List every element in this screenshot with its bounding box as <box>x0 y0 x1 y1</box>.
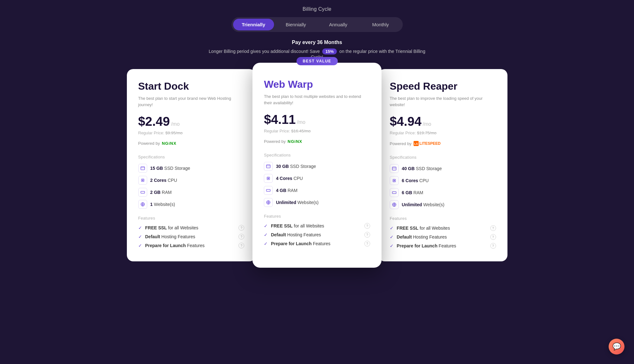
ram-value-1: 4 GB <box>276 188 286 193</box>
spec-storage-0: 15 GB SSD Storage <box>138 164 245 173</box>
features-label-2: Features <box>390 216 496 221</box>
check-icon-launch-2: ✓ <box>390 243 394 248</box>
powered-by-speed-reaper: Powered by LS LITESPEED <box>390 141 496 146</box>
help-icon-launch-2[interactable]: ? <box>490 243 496 249</box>
plan-speed-reaper: Speed Reaper The best plan to improve th… <box>378 69 507 261</box>
regular-price-label-1: Regular Price: <box>264 129 290 133</box>
cpu-label-0: CPU <box>167 178 177 183</box>
svg-rect-17 <box>392 167 396 170</box>
powered-by-label-0: Powered by <box>138 141 160 146</box>
spec-websites-1: Unlimited Website(s) <box>264 198 370 207</box>
feature-ssl-0: ✓ FREE SSL for all Websites ? <box>138 225 245 231</box>
help-icon-launch-0[interactable]: ? <box>239 243 244 248</box>
ram-value-2: 6 GB <box>402 190 412 195</box>
check-icon-launch-0: ✓ <box>138 243 142 248</box>
storage-value-0: 15 GB <box>150 166 163 171</box>
cpu-value-2: 6 Cores <box>402 178 418 183</box>
cpu-icon-0 <box>138 176 147 185</box>
svg-rect-20 <box>394 180 395 181</box>
plan-desc-web-warp: The best plan to host multiple websites … <box>264 93 370 106</box>
websites-value-1: Unlimited <box>276 200 296 205</box>
ram-icon-2 <box>390 188 399 197</box>
websites-label-1: Website(s) <box>296 200 319 205</box>
storage-icon-2 <box>390 164 399 173</box>
powered-by-start-dock: Powered by NGiNX <box>138 141 245 146</box>
features-label-1: Features <box>264 214 370 219</box>
storage-label-1: SSD Storage <box>289 164 316 169</box>
help-icon-launch-1[interactable]: ? <box>364 241 370 246</box>
feature-ssl-2: ✓ FREE SSL for all Websites ? <box>390 225 496 231</box>
plan-name-start-dock: Start Dock <box>138 80 245 92</box>
storage-label-0: SSD Storage <box>163 166 190 171</box>
spec-cpu-0: 2 Cores CPU <box>138 176 245 185</box>
feature-launch-2: ✓ Prepare for Launch Features ? <box>390 243 496 249</box>
tab-annually[interactable]: Annually <box>318 19 359 30</box>
cpu-icon-1 <box>264 174 273 183</box>
check-icon-ssl-2: ✓ <box>390 226 394 231</box>
websites-icon-0 <box>138 200 147 209</box>
ram-value-0: 2 GB <box>150 190 161 195</box>
check-icon-ssl-0: ✓ <box>138 225 142 230</box>
tab-triennially[interactable]: Triennially <box>233 19 274 30</box>
storage-value-2: 40 GB <box>402 166 415 171</box>
check-icon-default-1: ✓ <box>264 232 268 237</box>
plan-name-web-warp: Web Warp <box>264 79 370 90</box>
help-icon-ssl-1[interactable]: ? <box>364 223 370 229</box>
ram-label-1: RAM <box>286 188 297 193</box>
check-icon-default-0: ✓ <box>138 234 142 239</box>
help-icon-ssl-0[interactable]: ? <box>239 225 244 231</box>
feature-launch-1: ✓ Prepare for Launch Features ? <box>264 241 370 246</box>
regular-price-label-0: Regular Price: <box>138 131 164 135</box>
spec-websites-0: 1 Website(s) <box>138 200 245 209</box>
help-icon-default-0[interactable]: ? <box>239 234 244 239</box>
specs-label-0: Specifications <box>138 155 245 159</box>
storage-label-2: SSD Storage <box>415 166 442 171</box>
feature-text-ssl-0: FREE SSL for all Websites <box>145 225 199 230</box>
svg-rect-0 <box>141 167 145 170</box>
ram-label-2: RAM <box>412 190 423 195</box>
plan-price-unit-speed-reaper: /mo <box>423 121 431 127</box>
spec-ram-2: 6 GB RAM <box>390 188 496 197</box>
plan-desc-speed-reaper: The best plan to improve the loading spe… <box>390 95 496 108</box>
plan-regular-price-value-1: $16.45/mo <box>291 129 310 133</box>
chat-bubble[interactable]: 💬 <box>609 339 624 354</box>
svg-rect-3 <box>142 180 143 181</box>
tab-biennially[interactable]: Biennially <box>275 19 317 30</box>
feature-ssl-1: ✓ FREE SSL for all Websites ? <box>264 223 370 229</box>
features-section-0: Features ✓ FREE SSL for all Websites ? ✓… <box>138 216 245 248</box>
feature-default-0: ✓ Default Hosting Features ? <box>138 234 245 239</box>
help-icon-ssl-2[interactable]: ? <box>490 225 496 231</box>
websites-value-2: Unlimited <box>402 202 422 207</box>
powered-by-label-1: Powered by <box>264 139 286 144</box>
plan-price-unit-start-dock: /mo <box>171 121 180 127</box>
plan-price-row-web-warp: $4.11 /mo <box>264 112 370 127</box>
cpu-value-1: 4 Cores <box>276 176 292 181</box>
powered-by-web-warp: Powered by NGiNX <box>264 139 370 144</box>
plan-price-web-warp: $4.11 <box>264 112 296 127</box>
plan-price-start-dock: $2.49 <box>138 114 170 129</box>
discount-badge: 15% <box>322 48 337 54</box>
plan-web-warp: BEST VALUE Web Warp The best plan to hos… <box>252 63 382 268</box>
websites-label-0: Website(s) <box>153 202 175 207</box>
billing-desc-before: Longer Billing period gives you addition… <box>209 49 320 54</box>
feature-text-launch-2: Prepare for Launch Features <box>397 243 456 248</box>
spec-websites-2: Unlimited Website(s) <box>390 200 496 209</box>
cpu-label-2: CPU <box>418 178 428 183</box>
help-icon-default-2[interactable]: ? <box>490 234 496 240</box>
storage-icon-1 <box>264 162 273 171</box>
svg-rect-4 <box>141 191 145 193</box>
billing-cycle-label: Billing Cycle <box>303 6 331 12</box>
help-icon-default-1[interactable]: ? <box>364 232 370 238</box>
regular-price-label-2: Regular Price: <box>390 131 416 135</box>
feature-text-ssl-1: FREE SSL for all Websites <box>271 223 324 228</box>
tab-monthly[interactable]: Monthly <box>360 19 401 30</box>
specs-label-2: Specifications <box>390 155 496 160</box>
svg-rect-21 <box>392 192 396 194</box>
spec-cpu-2: 6 Cores CPU <box>390 176 496 185</box>
spec-ram-0: 2 GB RAM <box>138 188 245 197</box>
litespeed-logo: LS LITESPEED <box>414 141 441 146</box>
plan-regular-price-speed-reaper: Regular Price: $19.75/mo <box>390 131 496 135</box>
features-section-2: Features ✓ FREE SSL for all Websites ? ✓… <box>390 216 496 249</box>
plan-price-row-start-dock: $2.49 /mo <box>138 114 245 129</box>
feature-text-launch-1: Prepare for Launch Features <box>271 241 330 246</box>
